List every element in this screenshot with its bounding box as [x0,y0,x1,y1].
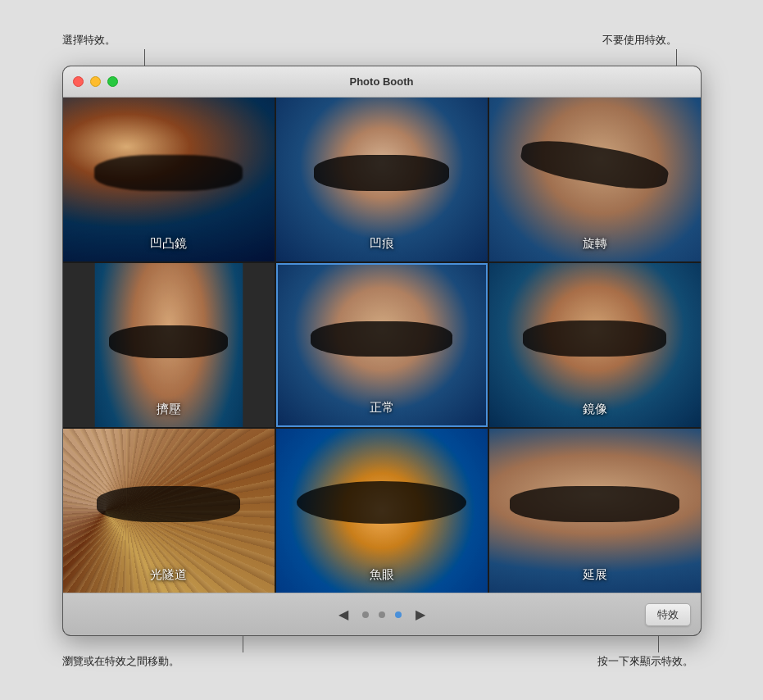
window-title: Photo Booth [350,75,414,88]
glasses-overlay [94,155,243,191]
traffic-lights [73,76,118,87]
close-button[interactable] [73,76,84,87]
nav-prev-button[interactable]: ◀ [334,606,352,624]
effect-cell-stretch[interactable]: 延展 [489,429,701,593]
cell-label-7: 光隧道 [63,567,275,583]
annotation-select-effect: 選擇特效。 [62,33,116,48]
annotation-show-effects: 按一下來顯示特效。 [597,654,693,669]
annotation-area: 選擇特效。 不要使用特效。 Photo Booth 凹凸鏡 [0,33,763,669]
nav-dot-3[interactable] [395,611,402,618]
nav-dot-2[interactable] [379,611,385,618]
maximize-button[interactable] [107,76,118,87]
nav-dot-1[interactable] [362,611,369,618]
cell-label-9: 延展 [489,567,701,583]
bc-right [658,636,659,652]
cell-label-2: 凹痕 [276,236,488,252]
glasses-overlay [109,325,228,358]
effect-cell-dent[interactable]: 凹痕 [276,98,488,261]
annotation-browse: 瀏覽或在特效之間移動。 [62,654,179,669]
effect-cell-light-tunnel[interactable]: 光隧道 [63,429,275,593]
bc-left [243,636,243,652]
glasses-overlay [523,320,666,357]
effect-cell-twirl[interactable]: 旋轉 [489,98,701,261]
connector-line-right [676,49,677,66]
glasses-overlay [314,155,449,191]
cell-label-8: 魚眼 [276,567,488,583]
nav-controls: ◀ ▶ [334,606,429,624]
cell-label-4: 擠壓 [63,402,275,417]
cell-label-6: 鏡像 [489,402,701,417]
annotation-no-effect: 不要使用特效。 [602,33,677,48]
cell-label-3: 旋轉 [489,236,701,252]
effect-cell-mirror[interactable]: 鏡像 [489,263,701,427]
bottom-toolbar: ◀ ▶ 特效 [63,593,701,635]
minimize-button[interactable] [90,76,101,87]
mac-window: Photo Booth 凹凸鏡 凹痕 旋轉 [62,66,702,636]
glasses-overlay [311,321,452,357]
cell-label-5: 正常 [278,400,486,416]
effect-cell-bulge[interactable]: 凹凸鏡 [63,98,275,261]
glasses-overlay [510,486,679,522]
glasses-overlay [297,481,466,524]
effects-button[interactable]: 特效 [645,603,691,626]
titlebar: Photo Booth [63,66,701,98]
nav-next-button[interactable]: ▶ [411,606,429,624]
effect-cell-squeeze[interactable]: 擠壓 [63,263,275,427]
photo-grid: 凹凸鏡 凹痕 旋轉 擠壓 [63,98,701,593]
effect-cell-fisheye[interactable]: 魚眼 [276,429,488,593]
effect-cell-normal[interactable]: 正常 [276,263,488,427]
glasses-overlay [97,486,240,522]
cell-label-1: 凹凸鏡 [63,236,275,252]
connector-line-left [144,49,145,66]
